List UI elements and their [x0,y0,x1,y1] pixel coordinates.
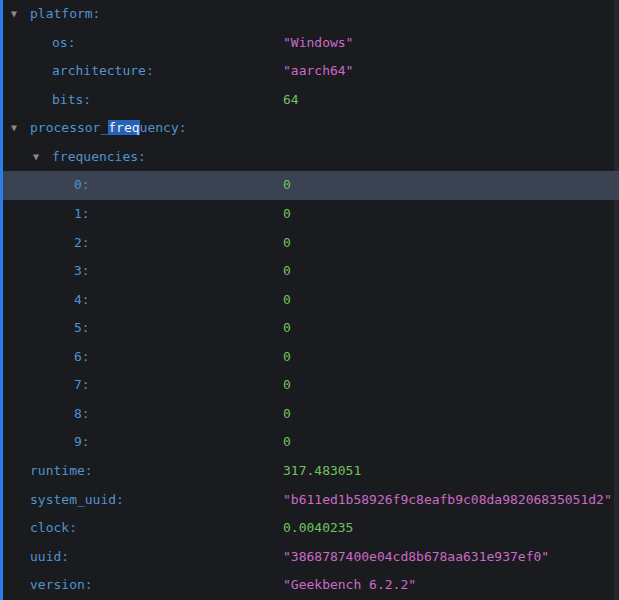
tree-key: os: [52,29,75,58]
tree-row-system-uuid[interactable]: ▼system_uuid:"b611ed1b58926f9c8eafb9c08d… [0,486,619,515]
json-tree-viewer: ▼platform:▼os:"Windows"▼architecture:"aa… [0,0,619,600]
tree-row-architecture[interactable]: ▼architecture:"aarch64" [0,57,619,86]
tree-key: uuid: [30,543,69,572]
tree-key: system_uuid: [30,486,124,515]
tree-key: 0: [74,171,90,200]
tree-key: frequencies: [52,143,146,172]
tree-value: "Windows" [283,29,353,58]
tree-row-frequencies-2[interactable]: ▼2:0 [0,229,619,258]
tree-key: architecture: [52,57,154,86]
tree-key: 3: [74,257,90,286]
tree-value: 0 [283,257,291,286]
tree-value: "3868787400e04cd8b678aa631e937ef0" [283,543,549,572]
tree-value: 0 [283,343,291,372]
tree-row-frequencies-5[interactable]: ▼5:0 [0,314,619,343]
tree-value: 0 [283,171,291,200]
tree-row-frequencies-1[interactable]: ▼1:0 [0,200,619,229]
tree-value: 0 [283,371,291,400]
tree-key: bits: [52,86,91,115]
tree-row-frequencies-0[interactable]: ▼0:0 [0,171,619,200]
tree-value: "Geekbench 6.2.2" [283,571,416,600]
tree-row-frequencies-9[interactable]: ▼9:0 [0,428,619,457]
tree-row-runtime[interactable]: ▼runtime:317.483051 [0,457,619,486]
tree-row-frequencies-3[interactable]: ▼3:0 [0,257,619,286]
json-tree: ▼platform:▼os:"Windows"▼architecture:"aa… [0,0,619,600]
tree-value: 64 [283,86,299,115]
tree-value: 0 [283,229,291,258]
tree-value: 0 [283,286,291,315]
tree-key: runtime: [30,457,93,486]
tree-value: 317.483051 [283,457,361,486]
tree-key: 8: [74,400,90,429]
tree-key: version: [30,571,93,600]
tree-row-frequencies-6[interactable]: ▼6:0 [0,343,619,372]
tree-row-os[interactable]: ▼os:"Windows" [0,29,619,58]
tree-value: 0 [283,200,291,229]
tree-value: "b611ed1b58926f9c8eafb9c08da98206835051d… [283,486,612,515]
tree-key: 2: [74,229,90,258]
tree-row-clock[interactable]: ▼clock:0.0040235 [0,514,619,543]
expand-collapse-triangle-icon[interactable]: ▼ [30,143,52,172]
tree-key: 4: [74,286,90,315]
tree-value: 0 [283,400,291,429]
tree-row-frequencies-7[interactable]: ▼7:0 [0,371,619,400]
tree-row-uuid[interactable]: ▼uuid:"3868787400e04cd8b678aa631e937ef0" [0,543,619,572]
tree-row-frequencies-8[interactable]: ▼8:0 [0,400,619,429]
expand-collapse-triangle-icon[interactable]: ▼ [8,114,30,143]
tree-value: "aarch64" [283,57,353,86]
tree-key: 1: [74,200,90,229]
tree-key: 5: [74,314,90,343]
tree-row-frequencies[interactable]: ▼frequencies: [0,143,619,172]
tree-value: 0 [283,428,291,457]
search-match-highlight: freq [108,120,139,135]
tree-key: 9: [74,428,90,457]
tree-row-bits[interactable]: ▼bits:64 [0,86,619,115]
tree-value: 0.0040235 [283,514,353,543]
tree-key: processor_frequency: [30,114,187,143]
tree-key: 7: [74,371,90,400]
tree-row-platform[interactable]: ▼platform: [0,0,619,29]
tree-row-version[interactable]: ▼version:"Geekbench 6.2.2" [0,571,619,600]
tree-key: platform: [30,0,100,29]
tree-value: 0 [283,314,291,343]
tree-row-processor-frequency[interactable]: ▼processor_frequency: [0,114,619,143]
tree-key: clock: [30,514,77,543]
tree-row-frequencies-4[interactable]: ▼4:0 [0,286,619,315]
focus-accent-bar [0,0,3,600]
expand-collapse-triangle-icon[interactable]: ▼ [8,0,30,29]
tree-key: 6: [74,343,90,372]
